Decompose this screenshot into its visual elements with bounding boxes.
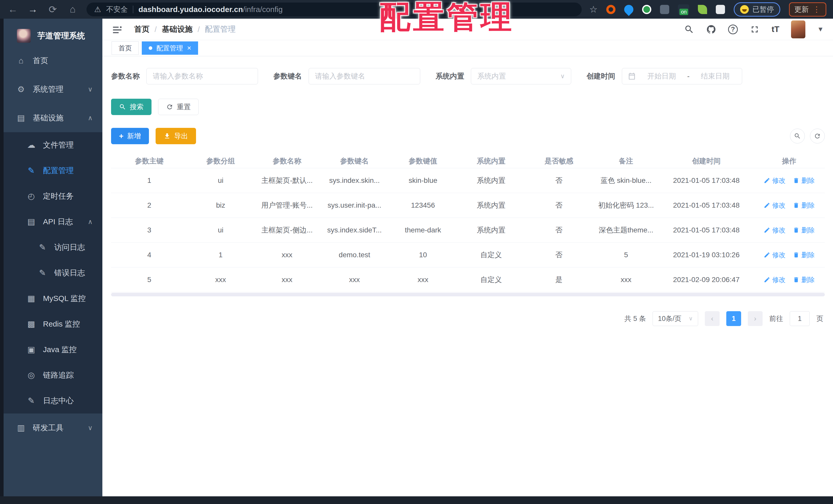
app-logo-row[interactable]: 芋道管理系统	[4, 19, 102, 46]
sidebar-item-java[interactable]: ▣Java 监控	[4, 337, 102, 362]
current-page[interactable]: 1	[726, 311, 741, 326]
tab-配置管理[interactable]: 配置管理×	[142, 42, 198, 55]
sidebar-menu: ⌂首页⚙系统管理∨▤基础设施∧☁文件管理✎配置管理◴定时任务▤API 日志∧✎访…	[4, 46, 102, 504]
sidebar-item-error-log[interactable]: ✎错误日志	[4, 260, 102, 286]
edit-row-link[interactable]: 修改	[764, 251, 786, 259]
delete-row-link[interactable]: 删除	[793, 201, 815, 210]
search-button[interactable]: 搜索	[111, 99, 151, 115]
browser-menu-dots-icon[interactable]: ⋮	[813, 5, 821, 14]
edit-row-link[interactable]: 修改	[764, 201, 786, 210]
refresh-table-button[interactable]	[810, 129, 825, 144]
sidebar-item-edit[interactable]: ✎配置管理	[4, 158, 102, 183]
window-bottom-edge	[0, 496, 833, 504]
breadcrumb: 首页 / 基础设施 / 配置管理	[134, 24, 236, 34]
table-cell: 2021-01-05 17:03:48	[659, 193, 754, 218]
table-row: 3ui主框架页-侧边...sys.index.sideT...theme-dar…	[111, 218, 825, 243]
tab-首页[interactable]: 首页	[112, 42, 139, 55]
table-cell: 5	[111, 268, 187, 292]
home-icon[interactable]: ⌂	[67, 4, 79, 15]
avatar-dropdown-icon[interactable]: ▼	[817, 25, 824, 33]
param-name-input[interactable]	[146, 68, 258, 84]
table-cell: 5	[593, 243, 659, 267]
extension-leaf-icon[interactable]	[698, 5, 707, 14]
reset-button[interactable]: 重置	[158, 99, 198, 115]
table-cell: 否	[525, 218, 593, 243]
edit-row-link[interactable]: 修改	[764, 275, 786, 284]
extensions-menu-icon[interactable]	[716, 5, 725, 14]
next-page-button[interactable]: ›	[748, 311, 763, 326]
date-end-placeholder[interactable]: 结束日期	[694, 71, 736, 81]
home-icon: ⌂	[16, 56, 26, 66]
sidebar-item-label: 日志中心	[43, 396, 74, 406]
help-icon[interactable]: ?	[728, 25, 738, 34]
hide-search-button[interactable]	[790, 129, 805, 144]
prev-page-button[interactable]: ‹	[705, 311, 720, 326]
goto-page-input[interactable]	[790, 311, 810, 326]
table-cell: 主框架页-侧边...	[254, 218, 320, 243]
github-icon[interactable]	[706, 24, 716, 34]
insecure-warning-icon[interactable]: ⚠	[94, 5, 101, 14]
edit-row-link[interactable]: 修改	[764, 176, 786, 185]
sidebar-item-redis[interactable]: ▩Redis 监控	[4, 311, 102, 337]
date-range-picker[interactable]: 开始日期 - 结束日期	[622, 68, 742, 84]
table-cell: sys.index.sideT...	[320, 218, 389, 243]
delete-row-link[interactable]: 删除	[793, 275, 815, 284]
extension-puzzle-icon[interactable]	[660, 5, 669, 14]
screen: ← → ⟳ ⌂ ⚠ 不安全 dashboard.yudao.iocoder.cn…	[0, 0, 833, 504]
delete-row-link[interactable]: 删除	[793, 176, 815, 185]
delete-row-link[interactable]: 删除	[793, 226, 815, 235]
system-builtin-select[interactable]: 系统内置 ∨	[471, 68, 571, 84]
export-button[interactable]: 导出	[156, 128, 196, 144]
url-text[interactable]: dashboard.yudao.iocoder.cn/infra/config	[139, 5, 283, 14]
breadcrumb-infra[interactable]: 基础设施	[162, 24, 192, 34]
sidebar-item-home[interactable]: ⌂首页	[4, 46, 102, 75]
param-key-input[interactable]	[309, 68, 420, 84]
bookmark-star-icon[interactable]: ☆	[589, 4, 598, 15]
collapse-sidebar-icon[interactable]	[112, 24, 123, 34]
delete-row-link[interactable]: 删除	[793, 251, 815, 259]
edit-row-link[interactable]: 修改	[764, 226, 786, 235]
sidebar-item-infra[interactable]: ▤基础设施∧	[4, 104, 102, 132]
font-size-icon[interactable]: tT	[771, 25, 779, 34]
page-size-select[interactable]: 10条/页 ∨	[652, 311, 698, 326]
table-cell: xxx	[320, 268, 389, 292]
reload-icon[interactable]: ⟳	[47, 4, 59, 15]
tab-label: 首页	[118, 44, 132, 53]
table-cell: 2	[111, 193, 187, 218]
sidebar-item-access-log[interactable]: ✎访问日志	[4, 234, 102, 260]
extension-pin-icon[interactable]	[622, 3, 636, 16]
sidebar-item-gear[interactable]: ⚙系统管理∨	[4, 75, 102, 104]
sidebar-item-cloud[interactable]: ☁文件管理	[4, 132, 102, 158]
sidebar-item-api-log[interactable]: ▤API 日志∧	[4, 209, 102, 234]
table-header-row: 参数主键参数分组参数名称参数键名参数键值系统内置是否敏感备注创建时间操作	[111, 154, 825, 168]
sidebar-item-toolbox[interactable]: ▥研发工具∨	[4, 413, 102, 442]
sidebar-item-trace-eye[interactable]: ◎链路追踪	[4, 362, 102, 388]
close-tab-icon[interactable]: ×	[187, 45, 191, 52]
column-header: 系统内置	[457, 154, 525, 168]
add-button[interactable]: + 新增	[111, 128, 149, 144]
extension-on-badge-icon[interactable]	[678, 4, 689, 15]
back-icon[interactable]: ←	[7, 4, 19, 15]
sidebar-item-log-center[interactable]: ✎日志中心	[4, 388, 102, 413]
paused-badge[interactable]: 已暂停	[734, 2, 780, 17]
table-cell: 2021-01-19 03:10:26	[659, 243, 754, 267]
url-divider	[133, 6, 133, 13]
chevron-down-icon: ∨	[88, 85, 93, 93]
sidebar-item-mysql[interactable]: ▦MySQL 监控	[4, 286, 102, 311]
user-avatar[interactable]	[791, 21, 805, 39]
fullscreen-icon[interactable]	[749, 24, 760, 34]
table-cell: ui	[187, 168, 254, 193]
app-logo-image	[17, 29, 31, 43]
date-start-placeholder[interactable]: 开始日期	[641, 71, 683, 81]
sidebar-item-timer[interactable]: ◴定时任务	[4, 183, 102, 209]
update-button[interactable]: 更新 ⋮	[789, 2, 826, 17]
table-cell: 初始化密码 123...	[593, 193, 659, 218]
forward-icon[interactable]: →	[27, 4, 39, 15]
chevron-up-icon: ∧	[88, 218, 93, 226]
breadcrumb-home[interactable]: 首页	[134, 24, 149, 34]
sidebar-item-label: Java 监控	[43, 345, 77, 355]
extension-donut-icon[interactable]	[606, 5, 616, 14]
search-icon[interactable]	[684, 24, 694, 34]
table-scrollbar[interactable]	[111, 293, 825, 296]
extension-green-icon[interactable]	[642, 5, 651, 14]
